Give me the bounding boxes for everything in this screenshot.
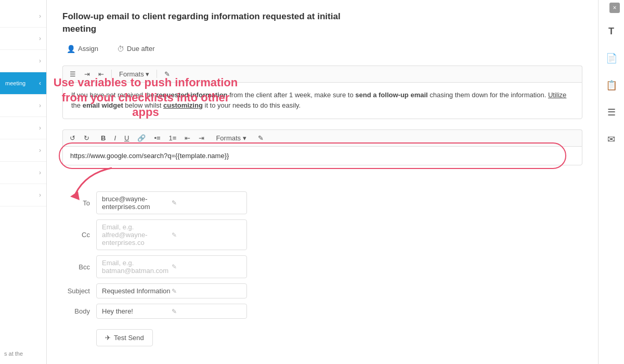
chevron-icon-9: › [39,191,41,199]
cc-row: Cc Email, e.g. alfred@wayne-enterprises.… [62,219,582,250]
test-send-button[interactable]: ✈ Test Send [96,329,153,346]
copy-icon[interactable]: 📋 [602,76,621,95]
ol-btn[interactable]: 1≡ [166,133,179,143]
align-left-btn[interactable]: ⇤ [182,133,193,143]
chevron-icon-1: › [39,12,41,20]
url-formats-btn[interactable]: Formats ▾ [213,133,249,143]
list-icon-btn[interactable]: ☰ [67,69,79,79]
sidebar-item-9[interactable]: › [0,184,46,206]
test-send-label: Test Send [114,334,144,342]
sidebar-item-label: meeting [5,80,25,86]
email-form: To bruce@wayne-enterprises.com ✎ Cc Emai… [62,191,582,346]
body-field[interactable]: Hey there! ✎ [96,304,247,319]
desc-text-2: from the client after 1 week, make sure … [228,91,356,99]
bcc-field[interactable]: Email, e.g. batman@batman.com ✎ [96,255,247,278]
desc-underline-1: Utilize [548,91,566,99]
task-meta: 👤 Assign ⏱ Due after [62,43,582,55]
formats-btn[interactable]: Formats ▾ [116,69,152,79]
formats-label: Formats ▾ [119,70,149,78]
to-field[interactable]: bruce@wayne-enterprises.com ✎ [96,191,247,214]
desc-text-6: it to your needs to do this easily. [203,101,301,109]
subject-field[interactable]: Requested Information ✎ [96,283,247,298]
body-value: Hey there! [102,307,172,315]
sidebar: › › › meeting ‹ › › › › › s at the [0,0,47,364]
close-button[interactable]: × [609,3,620,13]
undo-btn[interactable]: ↺ [67,133,78,143]
to-value: bruce@wayne-enterprises.com [102,195,172,211]
subject-row: Subject Requested Information ✎ [62,283,582,298]
subject-edit-icon[interactable]: ✎ [172,288,241,295]
list-icon[interactable]: ☰ [602,103,621,122]
chevron-icon-2: › [39,35,41,42]
sidebar-item-2[interactable]: › [0,28,46,50]
bcc-label: Bcc [62,263,96,271]
redo-btn[interactable]: ↻ [81,133,92,143]
cc-placeholder: Email, e.g. alfred@wayne-enterprises.co [102,223,172,246]
cc-field[interactable]: Email, e.g. alfred@wayne-enterprises.co … [96,219,247,250]
subject-value: Requested Information [102,287,172,295]
desc-text-5: below whilst [123,101,163,109]
desc-text-4: the [71,101,83,109]
italic-btn[interactable]: I [111,133,119,143]
sidebar-item-7[interactable]: › [0,139,46,162]
right-toolbar: × T 📄 📋 ☰ ✉ [598,0,624,364]
document-icon[interactable]: 📄 [602,49,621,68]
sidebar-item-3[interactable]: › [0,50,46,72]
sidebar-item-5[interactable]: › [0,95,46,117]
bcc-edit-icon[interactable]: ✎ [172,263,241,270]
url-edit-btn[interactable]: ✎ [255,133,266,143]
desc-underline-bold: customizing [163,101,203,109]
chevron-icon-active: ‹ [39,80,41,87]
task-title: Follow-up email to client regarding info… [62,10,374,35]
desc-text-1: If you have not received the [71,91,156,99]
toolbar-separator2 [157,70,157,78]
chevron-icon-3: › [39,57,41,64]
desc-bold-1: requested information [156,91,227,99]
indent-icon-btn[interactable]: ⇥ [82,69,93,79]
url-editor-toolbar: ↺ ↻ B I U 🔗 •≡ 1≡ ⇤ ⇥ Formats ▾ ✎ [62,129,582,146]
sidebar-item-8[interactable]: › [0,162,46,184]
sidebar-item-active[interactable]: meeting ‹ [0,72,46,95]
sidebar-bottom-text: s at the [4,350,23,357]
url-input-wrapper[interactable]: https://www.google.com/search?q={{templa… [62,146,582,165]
url-value: https://www.google.com/search?q={{templa… [70,152,229,160]
bold-btn[interactable]: B [98,133,108,143]
cc-edit-icon[interactable]: ✎ [172,231,241,239]
desc-text-3: chasing them down for the information. [428,91,548,99]
url-section: https://www.google.com/search?q={{templa… [62,146,582,165]
copy-icon-label: 📋 [606,80,617,91]
sidebar-item-6[interactable]: › [0,117,46,139]
due-after-label: Due after [127,45,154,53]
outdent-icon-btn[interactable]: ⇤ [96,69,107,79]
chevron-icon-7: › [39,147,41,154]
assign-button[interactable]: 👤 Assign [62,43,102,55]
link-btn[interactable]: 🔗 [135,133,148,143]
user-icon: 👤 [67,45,75,53]
toolbar-separator [111,70,112,78]
send-plane-icon: ✈ [105,334,111,342]
doc-icon-label: 📄 [606,53,617,64]
email-icon-label: ✉ [607,134,615,145]
align-right-btn[interactable]: ⇥ [196,133,207,143]
text-icon[interactable]: T [602,22,621,41]
chevron-icon-6: › [39,124,41,132]
subject-label: Subject [62,287,96,295]
text-icon-label: T [608,26,614,37]
main-content: Use variables to push information from y… [47,0,598,364]
to-label: To [62,199,96,207]
list-icon-label: ☰ [607,107,616,118]
cc-label: Cc [62,231,96,239]
sidebar-item-1[interactable]: › [0,5,46,28]
email-icon[interactable]: ✉ [602,130,621,149]
ul-btn[interactable]: •≡ [151,133,163,143]
body-label: Body [62,307,96,315]
description-box: If you have not received the requested i… [62,82,582,120]
desc-bold-2: send a follow-up email [355,91,427,99]
desc-bold-3: email widget [83,101,123,109]
to-edit-icon[interactable]: ✎ [172,199,241,206]
edit-pencil-btn[interactable]: ✎ [162,69,173,79]
due-after-button[interactable]: ⏱ Due after [113,43,159,55]
body-edit-icon[interactable]: ✎ [172,308,241,315]
bcc-placeholder: Email, e.g. batman@batman.com [102,259,172,275]
underline-btn[interactable]: U [122,133,132,143]
